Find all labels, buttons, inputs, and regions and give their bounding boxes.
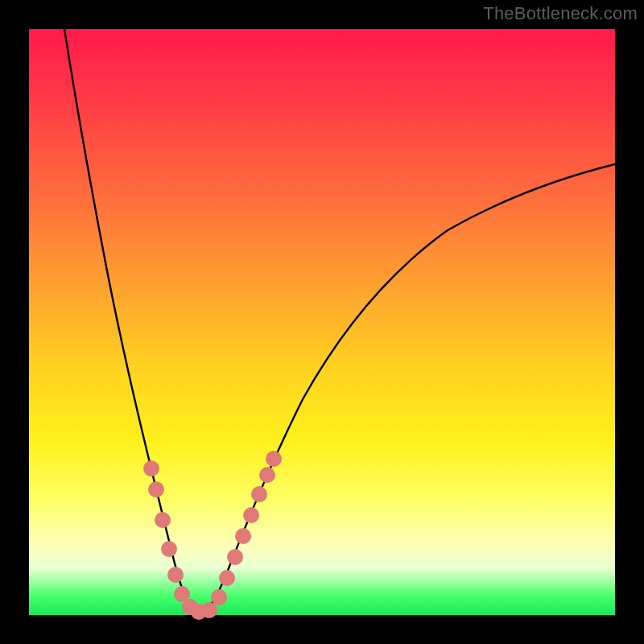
marker-dot bbox=[211, 589, 227, 605]
attribution-text: TheBottleneck.com bbox=[483, 3, 638, 24]
marker-dot bbox=[266, 451, 282, 467]
marker-dot bbox=[167, 567, 184, 583]
chart-frame: TheBottleneck.com bbox=[0, 0, 644, 644]
marker-dot bbox=[235, 528, 251, 544]
marker-dot bbox=[201, 602, 217, 618]
marker-dot bbox=[143, 460, 159, 477]
plot-area bbox=[29, 29, 615, 615]
marker-dot bbox=[259, 467, 275, 483]
marker-dot bbox=[251, 486, 267, 502]
marker-dot bbox=[148, 481, 164, 497]
marker-dot bbox=[227, 549, 243, 565]
marker-dot bbox=[219, 570, 235, 586]
bottleneck-curve bbox=[64, 29, 615, 613]
marker-dot bbox=[243, 507, 259, 523]
marker-dot bbox=[155, 512, 171, 528]
marker-group bbox=[143, 451, 282, 620]
marker-dot bbox=[161, 541, 177, 557]
curve-svg bbox=[29, 29, 615, 615]
